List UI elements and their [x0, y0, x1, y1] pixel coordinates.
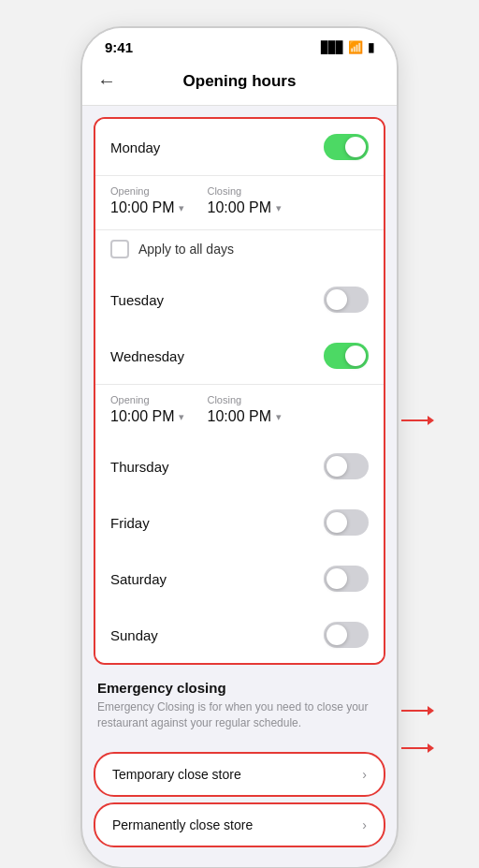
back-button[interactable]: ←	[97, 70, 116, 92]
status-icons: ▊▊▊ 📶 ▮	[321, 40, 374, 54]
day-block-wednesday: Wednesday Opening 10:00 PM ▾	[95, 328, 384, 438]
time-section-wednesday: Opening 10:00 PM ▾ Closing 10:00 PM	[95, 384, 384, 438]
permanently-close-row[interactable]: Permanently close store ›	[94, 802, 385, 847]
day-row-tuesday: Tuesday	[95, 272, 384, 328]
opening-label-monday: Opening	[110, 185, 184, 197]
opening-value-monday[interactable]: 10:00 PM ▾	[110, 199, 184, 216]
toggle-wednesday[interactable]	[324, 343, 369, 369]
toggle-tuesday[interactable]	[324, 287, 369, 313]
emergency-description: Emergency Closing is for when you need t…	[97, 699, 382, 731]
save-button-wrapper: Save changes	[82, 853, 397, 855]
time-section-monday: Opening 10:00 PM ▾ Closing 10:00 PM	[95, 175, 384, 229]
toggle-saturday[interactable]	[324, 566, 369, 592]
day-row-wednesday: Wednesday	[95, 328, 384, 384]
signal-icon: ▊▊▊	[321, 41, 343, 54]
temporary-close-label: Temporary close store	[112, 767, 241, 782]
status-time: 9:41	[105, 39, 133, 55]
day-row-sunday: Sunday	[95, 607, 384, 663]
arrow-temporary	[401, 706, 434, 715]
day-row-thursday: Thursday	[95, 438, 384, 494]
day-label-saturday: Saturday	[110, 571, 167, 587]
battery-icon: ▮	[368, 40, 374, 54]
day-block-saturday: Saturday	[95, 551, 384, 607]
day-label-tuesday: Tuesday	[110, 292, 164, 308]
apply-to-all-row: Apply to all days	[95, 229, 384, 272]
temporary-close-row[interactable]: Temporary close store ›	[94, 752, 385, 797]
time-group-opening-monday: Opening 10:00 PM ▾	[110, 185, 184, 216]
temporary-close-wrapper: Temporary close store ›	[94, 752, 385, 797]
emergency-section: Emergency closing Emergency Closing is f…	[82, 665, 397, 746]
header: ← Opening hours	[82, 61, 397, 106]
apply-label: Apply to all days	[138, 242, 234, 257]
page-title: Opening hours	[127, 72, 352, 91]
day-row-saturday: Saturday	[95, 551, 384, 607]
day-label-friday: Friday	[110, 515, 150, 531]
day-block-monday: Monday Opening 10:00 PM ▾	[95, 119, 384, 272]
opening-value-wednesday[interactable]: 10:00 PM ▾	[110, 408, 184, 425]
day-label-wednesday: Wednesday	[110, 348, 184, 364]
day-label-thursday: Thursday	[110, 459, 169, 475]
status-bar: 9:41 ▊▊▊ 📶 ▮	[82, 28, 397, 61]
arrow-permanently	[401, 743, 434, 753]
permanently-close-chevron: ›	[362, 817, 367, 832]
day-label-sunday: Sunday	[110, 627, 158, 643]
time-group-closing-monday: Closing 10:00 PM ▾	[207, 185, 281, 216]
time-group-opening-wednesday: Opening 10:00 PM ▾	[110, 394, 184, 425]
toggle-sunday[interactable]	[324, 622, 369, 648]
closing-value-wednesday[interactable]: 10:00 PM ▾	[207, 408, 281, 425]
opening-label-wednesday: Opening	[110, 394, 184, 405]
time-group-closing-wednesday: Closing 10:00 PM ▾	[207, 394, 281, 425]
closing-value-monday[interactable]: 10:00 PM ▾	[207, 199, 281, 216]
closing-label-monday: Closing	[207, 185, 281, 197]
opening-chevron-wednesday: ▾	[179, 411, 184, 423]
day-block-friday: Friday	[95, 494, 384, 551]
wifi-icon: 📶	[348, 40, 363, 54]
toggle-thursday[interactable]	[324, 453, 369, 479]
opening-chevron-monday: ▾	[179, 202, 184, 214]
day-block-tuesday: Tuesday	[95, 272, 384, 328]
toggle-friday[interactable]	[324, 509, 369, 536]
temporary-close-chevron: ›	[362, 767, 367, 782]
permanently-close-wrapper: Permanently close store ›	[94, 802, 385, 847]
days-section: Monday Opening 10:00 PM ▾	[94, 117, 385, 665]
scroll-content: Monday Opening 10:00 PM ▾	[82, 106, 397, 855]
apply-checkbox[interactable]	[110, 240, 129, 258]
day-label-monday: Monday	[110, 140, 160, 155]
permanently-close-label: Permanently close store	[112, 817, 253, 832]
closing-label-wednesday: Closing	[207, 394, 281, 405]
closing-chevron-wednesday: ▾	[276, 411, 282, 423]
closing-chevron-monday: ▾	[276, 202, 282, 214]
day-block-sunday: Sunday	[95, 607, 384, 663]
day-row-friday: Friday	[95, 494, 384, 551]
toggle-monday[interactable]	[324, 134, 369, 160]
day-row-monday: Monday	[95, 119, 384, 175]
day-block-thursday: Thursday	[95, 438, 384, 494]
arrow-days	[401, 416, 434, 425]
emergency-title: Emergency closing	[97, 680, 382, 696]
